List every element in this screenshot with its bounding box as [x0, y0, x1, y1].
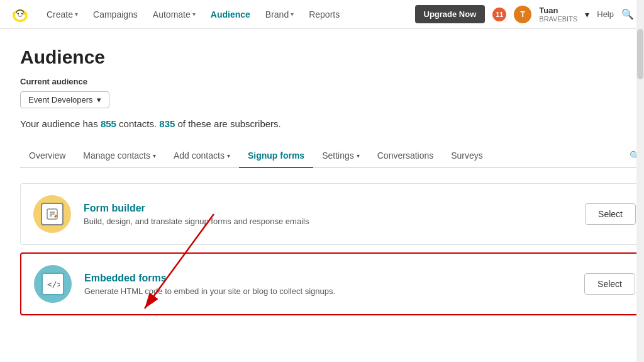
- embedded-forms-icon-wrap: </>: [34, 265, 72, 303]
- subnav-surveys[interactable]: Surveys: [442, 144, 492, 168]
- contact-count: 855: [101, 118, 116, 129]
- embedded-forms-card: </> Embedded forms Generate HTML code to…: [20, 252, 644, 315]
- audience-stats: Your audience has 855 contacts. 835 of t…: [20, 118, 644, 129]
- form-builder-desc: Build, design, and translate signup form…: [84, 217, 585, 226]
- subnav-settings[interactable]: Settings ▾: [313, 144, 369, 168]
- svg-point-3: [21, 13, 23, 14]
- form-builder-title: Form builder: [84, 203, 585, 214]
- subscriber-count: 835: [159, 118, 175, 129]
- nav-audience[interactable]: Audience: [204, 6, 257, 23]
- manage-contacts-chevron-icon: ▾: [153, 152, 156, 159]
- embedded-forms-icon: </>: [42, 273, 64, 295]
- main-content: Audience Current audience Event Develope…: [0, 29, 644, 315]
- form-builder-icon-wrap: [33, 195, 71, 233]
- search-icon[interactable]: 🔍: [621, 8, 634, 20]
- subnav-overview[interactable]: Overview: [20, 144, 74, 168]
- page-wrapper: Create ▾ Campaigns Automate ▾ Audience B…: [0, 0, 644, 362]
- automate-chevron-icon: ▾: [192, 11, 196, 18]
- create-chevron-icon: ▾: [75, 11, 78, 18]
- dropdown-chevron-icon: ▾: [97, 95, 101, 105]
- svg-point-4: [23, 12, 26, 14]
- settings-chevron-icon: ▾: [357, 152, 360, 159]
- nav-campaigns[interactable]: Campaigns: [87, 6, 144, 23]
- subnav-conversations[interactable]: Conversations: [369, 144, 443, 168]
- user-info: Tuan BRAVEBITS: [539, 6, 577, 23]
- nav-right: Upgrade Now 11 T Tuan BRAVEBITS ▾ Help 🔍: [415, 5, 634, 23]
- nav-items: Create ▾ Campaigns Automate ▾ Audience B…: [40, 6, 415, 23]
- add-contacts-chevron-icon: ▾: [227, 152, 230, 159]
- form-builder-icon: [41, 203, 64, 225]
- form-builder-card: Form builder Build, design, and translat…: [20, 183, 644, 245]
- mailchimp-logo[interactable]: [10, 4, 30, 25]
- subnav-manage-contacts[interactable]: Manage contacts ▾: [74, 144, 165, 168]
- scrollbar-track[interactable]: [636, 0, 644, 362]
- user-chevron-icon[interactable]: ▾: [585, 9, 589, 20]
- scrollbar-thumb[interactable]: [637, 29, 643, 79]
- subnav-signup-forms[interactable]: Signup forms: [239, 144, 313, 168]
- subnav-add-contacts[interactable]: Add contacts ▾: [165, 144, 239, 168]
- page-title: Audience: [20, 47, 644, 68]
- embedded-forms-title: Embedded forms: [84, 273, 584, 284]
- nav-create[interactable]: Create ▾: [40, 6, 84, 23]
- svg-point-2: [18, 13, 19, 14]
- nav-reports[interactable]: Reports: [303, 6, 346, 23]
- nav-brand[interactable]: Brand ▾: [259, 6, 300, 23]
- form-builder-select-button[interactable]: Select: [585, 203, 636, 225]
- notification-badge[interactable]: 11: [492, 8, 506, 21]
- current-audience-label: Current audience: [20, 77, 644, 86]
- avatar[interactable]: T: [514, 6, 531, 23]
- brand-chevron-icon: ▾: [291, 11, 294, 18]
- help-link[interactable]: Help: [597, 9, 614, 19]
- nav-automate[interactable]: Automate ▾: [147, 6, 202, 23]
- top-nav: Create ▾ Campaigns Automate ▾ Audience B…: [0, 0, 644, 29]
- embedded-forms-text: Embedded forms Generate HTML code to emb…: [84, 273, 584, 296]
- sub-nav: Overview Manage contacts ▾ Add contacts …: [20, 144, 644, 168]
- embedded-forms-desc: Generate HTML code to embed in your site…: [84, 286, 584, 296]
- cards-area: Form builder Build, design, and translat…: [20, 168, 644, 315]
- svg-text:</>: </>: [47, 280, 60, 289]
- form-builder-text: Form builder Build, design, and translat…: [84, 203, 585, 226]
- upgrade-button[interactable]: Upgrade Now: [415, 5, 486, 23]
- embedded-forms-select-button[interactable]: Select: [584, 273, 635, 295]
- audience-dropdown[interactable]: Event Developers ▾: [20, 91, 109, 108]
